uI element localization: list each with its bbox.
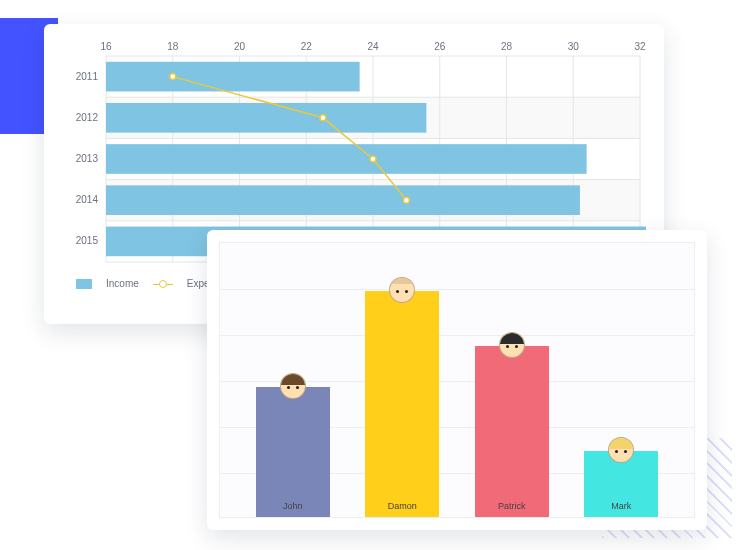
svg-text:22: 22	[301, 41, 313, 52]
svg-rect-29	[106, 103, 426, 133]
svg-text:2015: 2015	[76, 235, 99, 246]
svg-text:28: 28	[501, 41, 513, 52]
svg-text:16: 16	[100, 41, 112, 52]
bar-label: Damon	[365, 495, 439, 515]
bar-patrick: Patrick	[475, 346, 549, 517]
legend-marker-expenses	[153, 279, 173, 289]
svg-text:18: 18	[167, 41, 179, 52]
people-bar-chart-card: John Damon Patrick Mark	[207, 230, 707, 530]
svg-text:2012: 2012	[76, 112, 99, 123]
bar-label: Patrick	[475, 495, 549, 515]
svg-text:30: 30	[568, 41, 580, 52]
svg-point-36	[170, 74, 176, 80]
legend-swatch-income	[76, 279, 92, 289]
bar-mark: Mark	[584, 451, 658, 517]
avatar-icon	[499, 332, 525, 358]
svg-text:26: 26	[434, 41, 446, 52]
bar-john: John	[256, 387, 330, 517]
svg-text:20: 20	[234, 41, 246, 52]
svg-text:2014: 2014	[76, 194, 99, 205]
avatar-icon	[280, 373, 306, 399]
bar-damon: Damon	[365, 291, 439, 517]
svg-text:24: 24	[367, 41, 379, 52]
avatar-icon	[389, 277, 415, 303]
svg-rect-31	[106, 144, 587, 174]
svg-rect-33	[106, 185, 580, 215]
bar-label: John	[256, 495, 330, 515]
chart-b-bars: John Damon Patrick Mark	[220, 243, 694, 517]
legend-label-income: Income	[106, 278, 139, 289]
svg-text:2013: 2013	[76, 153, 99, 164]
svg-text:32: 32	[634, 41, 646, 52]
svg-point-39	[403, 197, 409, 203]
svg-point-37	[320, 115, 326, 121]
svg-point-38	[370, 156, 376, 162]
chart-b-plot: John Damon Patrick Mark	[219, 242, 695, 518]
svg-text:2011: 2011	[76, 71, 99, 82]
svg-rect-27	[106, 62, 360, 92]
avatar-icon	[608, 437, 634, 463]
bar-label: Mark	[584, 495, 658, 515]
